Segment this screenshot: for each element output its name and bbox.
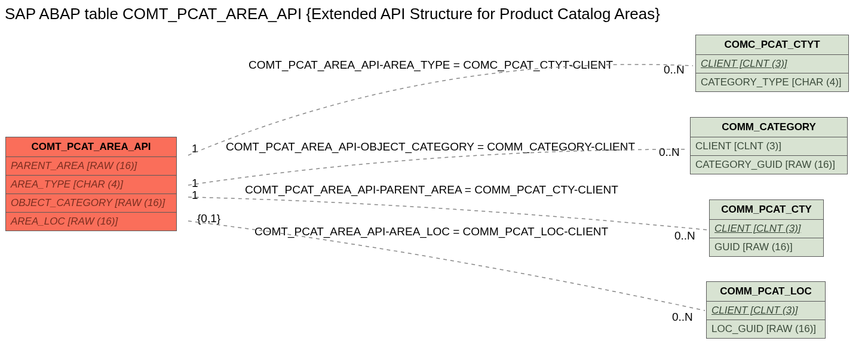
entity-target-header: COMM_PCAT_LOC: [707, 282, 825, 302]
entity-field: CLIENT [CLNT (3)]: [691, 137, 847, 156]
entity-field: AREA_TYPE [CHAR (4)]: [6, 176, 176, 194]
cardinality-source: 1: [192, 177, 198, 190]
cardinality-source: 1: [192, 189, 198, 202]
cardinality-source: 1: [192, 142, 198, 155]
relation-label: COMT_PCAT_AREA_API-PARENT_AREA = COMM_PC…: [245, 183, 618, 196]
entity-field: CATEGORY_GUID [RAW (16)]: [691, 156, 847, 174]
entity-target: COMM_PCAT_LOC CLIENT [CLNT (3)] LOC_GUID…: [706, 281, 826, 339]
relation-label: COMT_PCAT_AREA_API-OBJECT_CATEGORY = COM…: [226, 140, 635, 153]
entity-target-header: COMC_PCAT_CTYT: [696, 35, 848, 55]
entity-field: PARENT_AREA [RAW (16)]: [6, 157, 176, 176]
entity-field: OBJECT_CATEGORY [RAW (16)]: [6, 194, 176, 213]
entity-target: COMM_PCAT_CTY CLIENT [CLNT (3)] GUID [RA…: [709, 199, 824, 257]
entity-target: COMM_CATEGORY CLIENT [CLNT (3)] CATEGORY…: [690, 117, 848, 174]
entity-field: CLIENT [CLNT (3)]: [707, 302, 825, 320]
entity-field: LOC_GUID [RAW (16)]: [707, 320, 825, 338]
entity-source-header: COMT_PCAT_AREA_API: [6, 137, 176, 157]
cardinality-target: 0..N: [664, 63, 685, 76]
entity-source: COMT_PCAT_AREA_API PARENT_AREA [RAW (16)…: [5, 137, 177, 231]
entity-target-header: COMM_PCAT_CTY: [710, 200, 823, 220]
entity-field: CATEGORY_TYPE [CHAR (4)]: [696, 73, 848, 91]
cardinality-source: {0,1}: [197, 212, 220, 225]
entity-field: CLIENT [CLNT (3)]: [710, 220, 823, 238]
entity-target: COMC_PCAT_CTYT CLIENT [CLNT (3)] CATEGOR…: [695, 35, 849, 92]
entity-field: CLIENT [CLNT (3)]: [696, 55, 848, 73]
page-title: SAP ABAP table COMT_PCAT_AREA_API {Exten…: [5, 5, 660, 23]
relation-label: COMT_PCAT_AREA_API-AREA_TYPE = COMC_PCAT…: [249, 59, 613, 72]
cardinality-target: 0..N: [674, 229, 695, 242]
entity-field: AREA_LOC [RAW (16)]: [6, 213, 176, 231]
relation-label: COMT_PCAT_AREA_API-AREA_LOC = COMM_PCAT_…: [254, 225, 608, 238]
entity-target-header: COMM_CATEGORY: [691, 118, 847, 137]
entity-field: GUID [RAW (16)]: [710, 238, 823, 256]
cardinality-target: 0..N: [659, 146, 680, 159]
cardinality-target: 0..N: [672, 311, 693, 324]
